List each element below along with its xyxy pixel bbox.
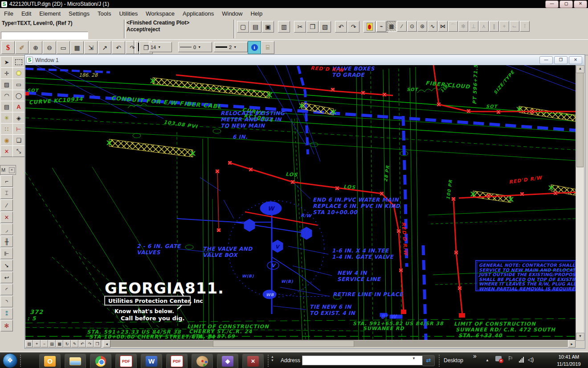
place-line-tool[interactable] bbox=[12, 67, 25, 79]
snap-point-on-button[interactable]: ⌙ bbox=[510, 21, 519, 32]
window1-restore-button[interactable]: ❐ bbox=[554, 56, 568, 64]
view-copy-button[interactable]: ❐ bbox=[94, 340, 101, 347]
view-zoom-out-button[interactable]: − bbox=[41, 340, 48, 347]
plot-button[interactable]: ⌸ bbox=[261, 41, 274, 54]
manipulate-tool[interactable]: ❏ bbox=[12, 134, 25, 146]
taskbar-acrobat-button[interactable]: PDF bbox=[115, 354, 137, 368]
toolbar-scroll-arrows[interactable]: ▲ ▼ bbox=[271, 355, 274, 362]
rotate-view-button[interactable]: ↗ bbox=[98, 41, 111, 54]
brush-update-view-button[interactable]: ✐ bbox=[15, 41, 29, 54]
dimension-tool[interactable]: ⊢ bbox=[12, 123, 25, 135]
snap-multi-button[interactable]: ⊺ bbox=[520, 21, 530, 32]
snap-perpendicular-button[interactable]: ⊥ bbox=[469, 21, 478, 32]
taskbar-explorer-button[interactable] bbox=[65, 354, 86, 368]
app-titlebar[interactable]: S 422120UTLP.dgn (2D) - MicroStation/J (… bbox=[0, 0, 588, 8]
extend-line-tool[interactable]: ∕ bbox=[0, 199, 13, 211]
change-attributes-tool[interactable]: ◉ bbox=[0, 134, 13, 146]
view-previous-button[interactable]: ↶ bbox=[112, 41, 125, 54]
view-previous-button[interactable]: ↶ bbox=[78, 340, 86, 347]
modify-element-tool[interactable]: ⌐ bbox=[0, 175, 13, 187]
view-zoom-in-button[interactable]: ＋ bbox=[33, 340, 41, 347]
trim-elements-tool[interactable]: ╫ bbox=[0, 236, 13, 247]
open-file-button[interactable]: ▤ bbox=[249, 21, 261, 33]
tray-device-icon[interactable]: ✕ bbox=[495, 356, 502, 361]
cut-button[interactable]: ✂ bbox=[294, 21, 306, 33]
intellitrim-tool[interactable]: ⊩ bbox=[0, 248, 13, 259]
window1-minimize-button[interactable]: — bbox=[539, 56, 553, 64]
snap-midpoint-button[interactable]: ∕ bbox=[397, 21, 407, 32]
delete-vertex-tool[interactable]: ↩ bbox=[0, 272, 13, 283]
show-hidden-icons-button[interactable]: ▲ bbox=[486, 358, 489, 362]
delete-element-tool[interactable]: ✕ bbox=[0, 145, 13, 157]
toolbar-overflow-chevron[interactable]: » bbox=[473, 352, 477, 360]
snap-tangent-button[interactable]: ⌒ bbox=[448, 21, 458, 32]
menu-utilities[interactable]: Utilities bbox=[115, 9, 142, 18]
line-style-dropdown[interactable]: 0 ▼ bbox=[178, 42, 212, 52]
taskbar-clock[interactable]: 10:41 AM 11/11/2019 bbox=[551, 353, 586, 368]
action-center-flag-icon[interactable]: ⚐ bbox=[508, 355, 513, 362]
app-close-button[interactable]: ✕ bbox=[574, 0, 587, 8]
taskbar-word-button[interactable]: W bbox=[141, 354, 162, 368]
zoom-out-button[interactable]: ⊖ bbox=[43, 41, 56, 54]
network-icon[interactable] bbox=[519, 357, 524, 363]
tags-tool[interactable]: ◈ bbox=[12, 112, 25, 124]
menu-workspace[interactable]: Workspace bbox=[142, 9, 179, 18]
snap-center-button[interactable]: ⊙ bbox=[407, 21, 417, 32]
pan-view-button[interactable]: ⇲ bbox=[84, 41, 98, 54]
zoom-in-button[interactable]: ⊕ bbox=[29, 41, 42, 54]
menu-tools[interactable]: Tools bbox=[94, 9, 115, 18]
fit-view-button[interactable]: ▦ bbox=[70, 41, 84, 54]
ellipses-tool[interactable]: ◯ bbox=[12, 90, 25, 101]
hscroll-track[interactable] bbox=[110, 340, 213, 347]
snap-bisector-button[interactable]: ∿ bbox=[428, 21, 437, 32]
snap-perpendicular-point-button[interactable]: ⋏ bbox=[479, 21, 489, 32]
volume-icon[interactable]: ◁) bbox=[528, 356, 534, 363]
taskbar-red-app-button[interactable]: ✕ bbox=[242, 354, 264, 368]
save-button[interactable]: ▣ bbox=[262, 21, 274, 33]
drawing-canvas[interactable]: CONDUIT FOR E/W FIBER CABL CURVE KC10934… bbox=[25, 65, 576, 340]
cells-tool[interactable]: ▤ bbox=[0, 101, 13, 112]
element-selection-tool[interactable]: ➤ bbox=[0, 56, 13, 68]
snap-keypoint-button[interactable]: ▩ bbox=[387, 21, 396, 32]
hscroll-left-button[interactable]: ◂ bbox=[103, 340, 110, 347]
app-minimize-button[interactable]: — bbox=[545, 0, 559, 8]
change-design-file-button[interactable]: $ bbox=[1, 41, 15, 54]
address-input[interactable] bbox=[302, 356, 428, 365]
view-next-button[interactable]: ↷ bbox=[126, 41, 139, 54]
redo-button[interactable]: ↷ bbox=[347, 21, 359, 33]
snap-origin-button[interactable]: ⊛ bbox=[417, 21, 427, 32]
print-button[interactable]: ▥ bbox=[278, 21, 290, 33]
power-selector-button[interactable] bbox=[363, 21, 376, 33]
close-icon[interactable]: ✕ bbox=[9, 167, 15, 173]
arcs-tool[interactable]: ◠ bbox=[0, 90, 13, 101]
menu-window[interactable]: Window bbox=[218, 9, 246, 18]
window1-close-button[interactable]: ✕ bbox=[569, 56, 582, 64]
vertical-scrollbar[interactable]: ▲ ▼ bbox=[576, 65, 584, 340]
menu-help[interactable]: Help bbox=[246, 9, 266, 18]
menu-file[interactable]: File bbox=[0, 9, 17, 18]
scroll-down-button[interactable]: ▼ bbox=[576, 333, 584, 341]
text-tool[interactable]: A bbox=[12, 101, 25, 112]
address-go-button[interactable]: ⇄ bbox=[422, 355, 435, 366]
view-pan-button[interactable]: ✎ bbox=[71, 340, 78, 347]
hscroll-track[interactable] bbox=[354, 340, 568, 347]
extend-element-tool[interactable]: ◞ bbox=[0, 223, 13, 235]
menu-edit[interactable]: Edit bbox=[17, 9, 35, 18]
menu-settings[interactable]: Settings bbox=[65, 9, 94, 18]
scroll-down-icon[interactable]: ▼ bbox=[271, 359, 274, 362]
modify-palette-titlebar[interactable]: M ✕ bbox=[0, 165, 16, 175]
polygons-tool[interactable]: ▭ bbox=[12, 79, 25, 90]
measure-tool[interactable]: ⤡ bbox=[12, 145, 25, 157]
active-color-swatch[interactable] bbox=[138, 43, 139, 51]
insert-vertex-tool[interactable]: ➘ bbox=[0, 260, 13, 271]
snap-nearest-button[interactable]: ⌁ bbox=[376, 21, 386, 32]
new-file-button[interactable]: ▢ bbox=[237, 21, 249, 33]
scroll-up-icon[interactable]: ▲ bbox=[271, 355, 274, 359]
change-to-active-area-tool[interactable]: ⁑ bbox=[0, 308, 13, 319]
undo-button[interactable]: ↶ bbox=[335, 21, 347, 33]
taskbar-paint-button[interactable] bbox=[192, 354, 213, 368]
menu-applications[interactable]: Applications bbox=[179, 9, 218, 18]
horizontal-scroll-thumb[interactable] bbox=[213, 340, 354, 347]
copy-button[interactable]: ❒ bbox=[306, 21, 318, 33]
taskbar-pdf-button[interactable]: PDF bbox=[166, 354, 188, 368]
